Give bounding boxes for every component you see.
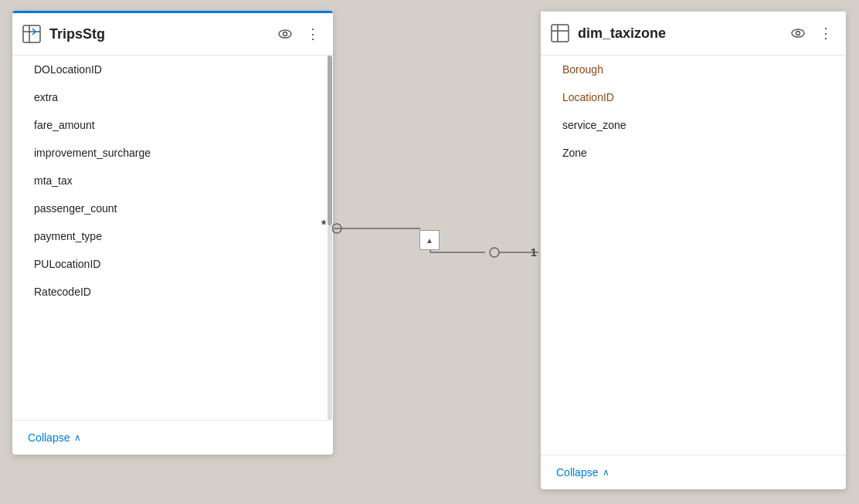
field-service-zone: service_zone	[541, 111, 846, 139]
trips-more-button[interactable]: ⋮	[302, 23, 324, 45]
more-icon: ⋮	[306, 27, 320, 41]
field-mta-tax: mta_tax	[12, 167, 333, 194]
dim-footer: Collapse ∧	[541, 455, 846, 489]
trips-stg-actions: ⋮	[274, 23, 324, 45]
one-symbol: 1	[531, 246, 537, 259]
field-dolocationid: DOLocationID	[12, 56, 333, 83]
svg-point-14	[490, 248, 499, 257]
many-symbol: *	[321, 218, 326, 232]
field-improvement-surcharge: improvement_surcharge	[12, 139, 333, 167]
more-icon-right: ⋮	[819, 26, 833, 40]
field-zone: Zone	[541, 139, 846, 167]
dim-taxizone-actions: ⋮	[787, 22, 837, 44]
svg-rect-5	[552, 25, 569, 42]
arrow-icon: ▲	[426, 236, 433, 245]
dim-field-list: Borough LocationID service_zone Zone	[541, 56, 846, 455]
field-extra: extra	[12, 83, 333, 111]
dim-taxizone-title: dim_taxizone	[578, 25, 787, 42]
star-label: *	[321, 218, 326, 232]
table-icon-right	[550, 23, 570, 43]
dim-visibility-button[interactable]	[787, 22, 809, 44]
trips-stg-header: TripsStg ⋮	[12, 11, 333, 56]
table-icon	[22, 24, 42, 44]
trips-visibility-button[interactable]	[274, 23, 296, 45]
field-borough: Borough	[541, 56, 846, 83]
eye-icon	[277, 26, 293, 42]
dim-collapse-chevron-icon: ∧	[603, 467, 609, 478]
one-label: 1	[531, 246, 537, 259]
field-fare-amount: fare_amount	[12, 111, 333, 139]
connector-arrow-box: ▲	[419, 230, 440, 250]
trips-field-list: DOLocationID extra fare_amount improveme…	[12, 56, 333, 420]
field-passenger-count: passenger_count	[12, 194, 333, 222]
dim-taxizone-card: dim_taxizone ⋮ Borough LocationID servic…	[541, 11, 846, 489]
trips-collapse-button[interactable]: Collapse ∧	[28, 431, 81, 444]
field-payment-type: payment_type	[12, 222, 333, 250]
collapse-label: Collapse	[28, 431, 70, 444]
field-ratecodeid: RatecodeID	[12, 278, 333, 306]
field-pulocationid: PULocationID	[12, 250, 333, 278]
svg-point-11	[332, 224, 341, 233]
svg-rect-0	[23, 25, 40, 42]
svg-point-4	[284, 32, 287, 36]
trips-footer: Collapse ∧	[12, 420, 333, 455]
trips-stg-card: TripsStg ⋮ DOLocationID	[12, 11, 333, 455]
field-locationid: LocationID	[541, 83, 846, 111]
trips-stg-title: TripsStg	[49, 26, 274, 42]
svg-point-9	[796, 32, 800, 36]
dim-taxizone-header: dim_taxizone ⋮	[541, 11, 846, 56]
collapse-chevron-icon: ∧	[74, 432, 81, 443]
dim-collapse-button[interactable]: Collapse ∧	[556, 466, 609, 479]
svg-point-8	[792, 29, 804, 37]
dim-more-button[interactable]: ⋮	[815, 22, 837, 44]
canvas: TripsStg ⋮ DOLocationID	[0, 0, 859, 504]
eye-icon-right	[790, 25, 806, 41]
svg-point-3	[279, 30, 291, 38]
dim-collapse-label: Collapse	[556, 466, 598, 479]
